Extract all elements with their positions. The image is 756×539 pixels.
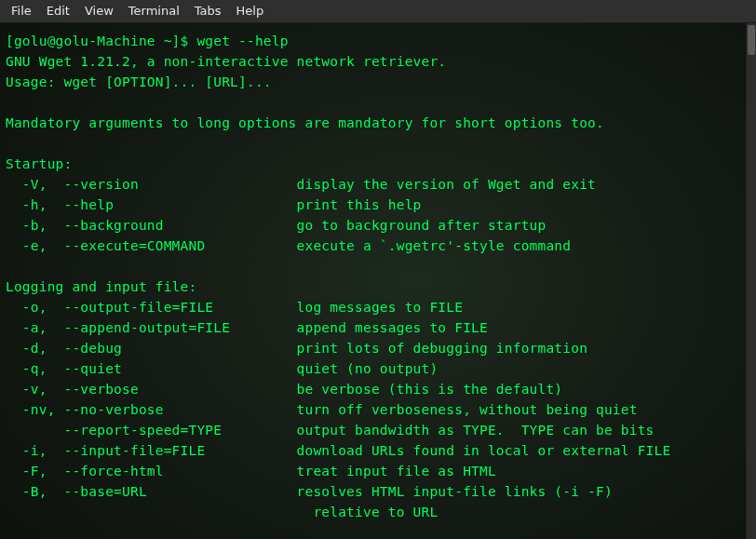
menu-help[interactable]: Help (229, 0, 272, 24)
shell-prompt: [golu@golu-Machine ~]$ (6, 34, 188, 48)
output-line: -b, --background go to background after … (6, 218, 546, 233)
output-line: -v, --verbose be verbose (this is the de… (6, 382, 562, 397)
scrollbar-thumb[interactable] (748, 25, 755, 55)
output-line: Startup: (6, 156, 72, 171)
output-line: relative to URL (6, 505, 438, 519)
terminal-viewport[interactable]: [golu@golu-Machine ~]$ wget --help GNU W… (0, 23, 756, 539)
menu-terminal[interactable]: Terminal (121, 0, 187, 24)
output-line: -i, --input-file=FILE download URLs foun… (6, 443, 670, 458)
output-line: -h, --help print this help (6, 197, 422, 212)
output-line: -F, --force-html treat input file as HTM… (6, 464, 496, 478)
output-line: Logging and input file: (6, 279, 196, 294)
output-line: Mandatory arguments to long options are … (6, 115, 604, 130)
output-line: -nv, --no-verbose turn off verboseness, … (6, 402, 638, 417)
vertical-scrollbar[interactable] (746, 23, 756, 539)
output-line: Usage: wget [OPTION]... [URL]... (6, 74, 272, 89)
output-line: --report-speed=TYPE output bandwidth as … (6, 423, 655, 438)
typed-command: wget --help (196, 34, 288, 48)
output-line: -e, --execute=COMMAND execute a `.wgetrc… (6, 238, 571, 253)
output-line: -o, --output-file=FILE log messages to F… (6, 300, 463, 315)
terminal-content[interactable]: [golu@golu-Machine ~]$ wget --help GNU W… (0, 23, 756, 539)
menu-file[interactable]: File (4, 0, 39, 24)
menu-tabs[interactable]: Tabs (187, 0, 229, 24)
menubar: File Edit View Terminal Tabs Help (0, 0, 756, 23)
output-line: GNU Wget 1.21.2, a non-interactive netwo… (6, 54, 446, 69)
output-line: -d, --debug print lots of debugging info… (6, 341, 587, 356)
output-line: -q, --quiet quiet (no output) (6, 361, 438, 376)
output-line: -B, --base=URL resolves HTML input-file … (6, 484, 613, 499)
menu-view[interactable]: View (77, 0, 121, 24)
output-line: -a, --append-output=FILE append messages… (6, 320, 488, 335)
output-line: -V, --version display the version of Wge… (6, 177, 596, 192)
menu-edit[interactable]: Edit (39, 0, 77, 24)
